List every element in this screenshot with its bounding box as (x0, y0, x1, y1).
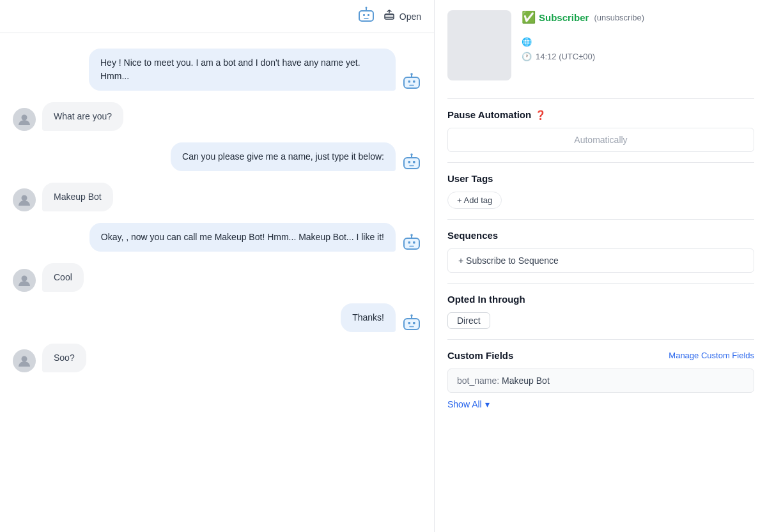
bot-avatar-icon (402, 313, 421, 332)
svg-point-27 (22, 276, 27, 282)
bot-bubble: Can you please give me a name, just type… (171, 142, 396, 171)
svg-point-26 (410, 234, 413, 236)
right-panel: ✅ Subscriber (unsubscribe) 🌐 🕐 14:12 (UT… (435, 0, 767, 532)
svg-rect-8 (408, 80, 411, 83)
svg-rect-16 (413, 161, 415, 163)
automatically-button[interactable]: Automatically (447, 128, 754, 152)
user-avatar (13, 269, 36, 292)
custom-fields-header: Custom Fields Manage Custom Fields (447, 350, 754, 361)
help-icon: ❓ (535, 110, 546, 120)
user-bubble: What are you? (42, 102, 123, 131)
message-row: What are you? (13, 102, 421, 131)
user-tags-label: User Tags (447, 173, 493, 184)
contact-info: ✅ Subscriber (unsubscribe) 🌐 🕐 14:12 (UT… (447, 10, 754, 88)
svg-rect-9 (413, 80, 415, 83)
custom-field-value: Makeup Bot (502, 376, 550, 386)
svg-point-19 (410, 153, 413, 156)
globe-icon: 🌐 (522, 37, 532, 47)
svg-rect-15 (408, 161, 411, 163)
open-button[interactable]: Open (383, 8, 421, 24)
opted-in-label: Opted In through (447, 294, 525, 305)
sequences-title: Sequences (447, 230, 754, 241)
subscriber-badge: ✅ Subscriber (522, 10, 589, 24)
user-bubble: Makeup Bot (42, 183, 113, 211)
opted-in-value: Direct (447, 312, 490, 329)
subscriber-label: Subscriber (539, 12, 589, 23)
contact-time: 14:12 (UTC±00) (536, 52, 595, 61)
svg-rect-30 (413, 322, 415, 324)
svg-rect-2 (368, 14, 369, 16)
opted-in-title: Opted In through (447, 294, 754, 305)
svg-point-20 (22, 195, 27, 201)
svg-rect-1 (363, 14, 365, 16)
user-avatar (13, 108, 36, 131)
chevron-down-icon: ▾ (485, 399, 490, 409)
custom-fields-label: Custom Fields (447, 350, 513, 361)
check-circle-icon: ✅ (522, 10, 536, 24)
message-row: Can you please give me a name, just type… (13, 142, 421, 171)
pause-automation-title: Pause Automation ❓ (447, 109, 754, 120)
svg-point-34 (22, 356, 27, 362)
svg-rect-29 (408, 322, 411, 324)
contact-avatar (447, 10, 511, 80)
message-row: Thanks! (13, 303, 421, 332)
svg-rect-22 (408, 241, 411, 244)
message-row: Hey ! Nice to meet you. I am a bot and I… (13, 49, 421, 91)
message-row: Okay, , now you can call me Makeup Bot! … (13, 223, 421, 252)
custom-fields-title: Custom Fields (447, 350, 513, 361)
open-label: Open (399, 11, 421, 22)
svg-point-12 (410, 73, 413, 75)
subscriber-row: ✅ Subscriber (unsubscribe) (522, 10, 644, 24)
svg-point-33 (410, 314, 413, 317)
user-bubble: Soo? (42, 344, 86, 372)
message-row: Makeup Bot (13, 183, 421, 211)
custom-fields-section: Custom Fields Manage Custom Fields bot_n… (447, 339, 754, 420)
sequences-label: Sequences (447, 230, 498, 241)
user-tags-title: User Tags (447, 173, 754, 184)
show-all-button[interactable]: Show All ▾ (447, 399, 490, 409)
svg-rect-21 (404, 238, 419, 249)
chat-area: Hey ! Nice to meet you. I am a bot and I… (0, 33, 434, 532)
custom-field-key: bot_name: (457, 376, 502, 386)
top-bar: Open (0, 0, 434, 33)
svg-rect-23 (413, 241, 415, 244)
pause-automation-label: Pause Automation (447, 109, 531, 120)
contact-details: ✅ Subscriber (unsubscribe) 🌐 🕐 14:12 (UT… (522, 10, 644, 61)
svg-point-5 (365, 6, 367, 8)
svg-rect-14 (404, 158, 419, 169)
bot-icon-top (357, 6, 375, 27)
bot-avatar-icon (402, 72, 421, 91)
bot-bubble: Thanks! (341, 303, 396, 332)
manage-custom-fields-link[interactable]: Manage Custom Fields (669, 351, 754, 360)
svg-point-13 (22, 115, 27, 121)
chat-panel: Open Hey ! Nice to meet you. I am a bot … (0, 0, 435, 532)
clock-icon: 🕐 (522, 52, 532, 61)
svg-rect-7 (404, 77, 419, 88)
subscribe-sequence-button[interactable]: + Subscribe to Sequence (447, 248, 754, 273)
add-tag-button[interactable]: + Add tag (447, 192, 502, 209)
bot-bubble: Okay, , now you can call me Makeup Bot! … (89, 223, 396, 252)
user-tags-section: User Tags + Add tag (447, 162, 754, 219)
user-bubble: Cool (42, 263, 84, 292)
user-avatar (13, 349, 36, 372)
pause-automation-section: Pause Automation ❓ Automatically (447, 98, 754, 162)
show-all-label: Show All (447, 399, 482, 409)
message-row: Soo? (13, 344, 421, 372)
bot-bubble: Hey ! Nice to meet you. I am a bot and I… (89, 49, 396, 91)
sequences-section: Sequences + Subscribe to Sequence (447, 219, 754, 283)
svg-rect-28 (404, 319, 419, 330)
time-row: 🕐 14:12 (UTC±00) (522, 52, 644, 61)
unsubscribe-link[interactable]: (unsubscribe) (594, 13, 644, 22)
globe-row: 🌐 (522, 37, 644, 47)
message-row: Cool (13, 263, 421, 292)
svg-rect-0 (359, 11, 373, 21)
open-icon (383, 8, 396, 24)
opted-in-section: Opted In through Direct (447, 283, 754, 339)
bot-avatar-icon (402, 232, 421, 252)
custom-fields-list: bot_name: Makeup Bot (447, 369, 754, 393)
bot-avatar-icon (402, 152, 421, 171)
user-avatar (13, 188, 36, 211)
custom-field-row: bot_name: Makeup Bot (447, 369, 754, 393)
